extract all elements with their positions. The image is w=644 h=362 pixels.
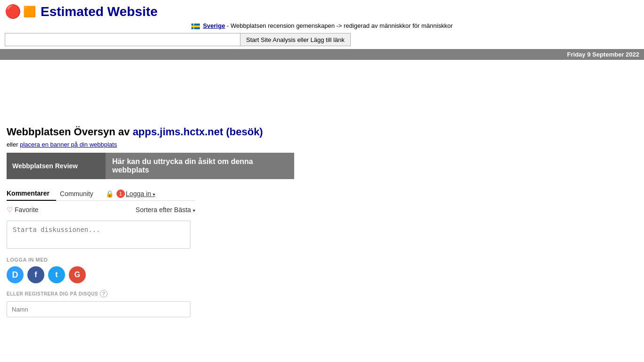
header: 🔴 🟧 Estimated Website — [0, 0, 644, 21]
sweden-flag-icon — [191, 24, 200, 29]
search-button[interactable]: Start Site Analysis eller Lägg till länk — [240, 33, 351, 46]
login-label: Logga in — [126, 190, 151, 197]
login-arrow-icon: ▾ — [153, 192, 155, 197]
country-link[interactable]: Sverige — [203, 22, 225, 29]
help-icon[interactable]: ? — [100, 290, 107, 297]
title-prefix: Webbplatsen Översyn av — [7, 126, 132, 138]
heart-icon: ♡ — [7, 206, 13, 214]
favorite-label: Favorite — [15, 206, 39, 214]
banner-prefix: eller — [7, 141, 20, 148]
disqus-login-button[interactable]: D — [7, 266, 24, 283]
review-table: Webbplatsen Review Här kan du uttrycka d… — [7, 153, 294, 179]
twitter-login-button[interactable]: t — [48, 266, 65, 283]
login-tab[interactable]: Logga in ▾ — [126, 190, 156, 197]
notification-badge: 1 — [116, 189, 125, 198]
yellow-box-icon: 🟧 — [23, 6, 36, 18]
favorite-button[interactable]: ♡ Favorite — [7, 206, 39, 214]
discussion-input[interactable] — [7, 221, 190, 249]
main-content: Webbplatsen Översyn av apps.jims.hctx.ne… — [0, 121, 644, 322]
logo: 🔴 🟧 — [5, 4, 36, 19]
subtitle: Sverige - Webbplatsen recension gemenska… — [0, 21, 644, 31]
banner-link[interactable]: placera en banner på din webbplats — [20, 141, 117, 148]
searchbar: Start Site Analysis eller Lägg till länk — [0, 31, 644, 49]
banner-link-area: eller placera en banner på din webbplats — [7, 141, 637, 148]
tab-community[interactable]: Community — [60, 187, 100, 200]
review-label: Webbplatsen Review — [7, 153, 106, 179]
name-input[interactable] — [7, 301, 190, 317]
page-title: Webbplatsen Översyn av apps.jims.hctx.ne… — [7, 126, 637, 138]
login-with-label: LOGGA IN MED — [7, 257, 195, 263]
sort-dropdown[interactable]: Sortera efter Bästa ▾ — [136, 206, 195, 214]
visit-link[interactable]: (besök) — [226, 126, 263, 138]
social-login-buttons: D f t G — [7, 266, 195, 283]
disqus-section: Kommentarer Community 🔒 1 Logga in ▾ ♡ F… — [7, 187, 195, 317]
tab-comments[interactable]: Kommentarer — [7, 187, 56, 201]
google-login-button[interactable]: G — [69, 266, 86, 283]
facebook-login-button[interactable]: f — [27, 266, 44, 283]
domain-text: apps.jims.hctx.net — [132, 126, 223, 138]
register-label: ELLER REGISTRERA DIG PÅ DISQUS ? — [7, 290, 195, 297]
lock-icon: 🔒 — [106, 190, 114, 197]
ad-area — [0, 60, 644, 121]
sort-label: Sortera efter Bästa — [136, 206, 191, 214]
disqus-actions: ♡ Favorite Sortera efter Bästa ▾ — [7, 206, 195, 214]
google-icon: G — [74, 271, 80, 279]
red-ball-icon: 🔴 — [5, 4, 21, 19]
review-content: Här kan du uttrycka din åsikt om denna w… — [106, 153, 294, 179]
date-text: Friday 9 September 2022 — [567, 51, 639, 58]
facebook-icon: f — [34, 271, 37, 279]
twitter-icon: t — [55, 271, 58, 279]
subtitle-description: - Webbplatsen recension gemenskapen -> r… — [227, 22, 453, 29]
site-title: Estimated Website — [41, 4, 157, 19]
disqus-icon: D — [12, 270, 18, 280]
search-input[interactable] — [5, 33, 240, 46]
disqus-tabs: Kommentarer Community 🔒 1 Logga in ▾ — [7, 187, 195, 201]
date-bar: Friday 9 September 2022 — [0, 49, 644, 60]
register-text: ELLER REGISTRERA DIG PÅ DISQUS — [7, 291, 98, 296]
sort-arrow-icon: ▾ — [193, 208, 195, 213]
